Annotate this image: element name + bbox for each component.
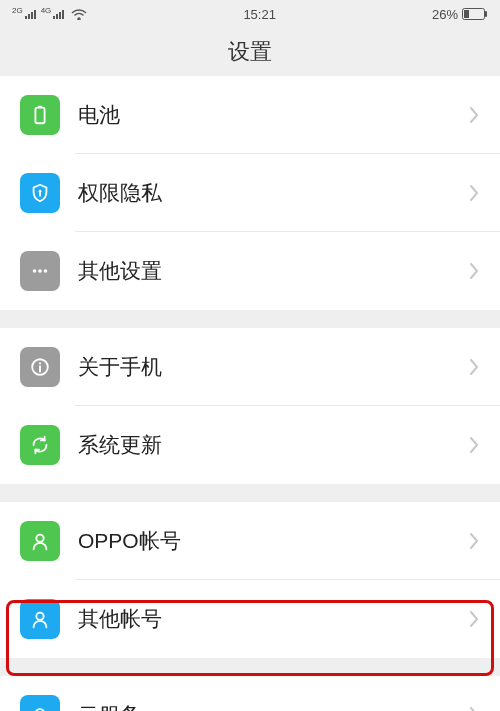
svg-rect-5 bbox=[56, 14, 58, 19]
svg-rect-7 bbox=[62, 10, 64, 19]
user-icon bbox=[20, 599, 60, 639]
chevron-right-icon bbox=[468, 531, 480, 551]
group-separator bbox=[0, 484, 500, 502]
svg-rect-12 bbox=[38, 106, 42, 108]
settings-item-label: 关于手机 bbox=[78, 353, 468, 381]
group-separator bbox=[0, 310, 500, 328]
settings-item-oppo[interactable]: OPPO帐号 bbox=[0, 502, 500, 580]
svg-rect-9 bbox=[464, 10, 469, 18]
settings-item-about[interactable]: 关于手机 bbox=[0, 328, 500, 406]
svg-rect-3 bbox=[34, 10, 36, 19]
chevron-right-icon bbox=[468, 183, 480, 203]
signal-icon bbox=[25, 9, 39, 19]
chevron-right-icon bbox=[468, 435, 480, 455]
page-title-bar: 设置 bbox=[0, 28, 500, 76]
chevron-right-icon bbox=[468, 105, 480, 125]
battery-pct-label: 26% bbox=[432, 7, 458, 22]
signal-4g-label: 4G bbox=[41, 6, 52, 15]
shield-icon bbox=[20, 173, 60, 213]
signal-icon bbox=[53, 9, 67, 19]
settings-item-label: 其他设置 bbox=[78, 257, 468, 285]
settings-item-label: 其他帐号 bbox=[78, 605, 468, 633]
refresh-icon bbox=[20, 425, 60, 465]
battery-icon bbox=[20, 95, 60, 135]
svg-rect-11 bbox=[35, 108, 44, 124]
group-separator bbox=[0, 658, 500, 676]
settings-item-privacy[interactable]: 权限隐私 bbox=[0, 154, 500, 232]
svg-point-18 bbox=[39, 362, 41, 364]
chevron-right-icon bbox=[468, 357, 480, 377]
settings-item-label: 系统更新 bbox=[78, 431, 468, 459]
user-icon bbox=[20, 521, 60, 561]
settings-item-label: OPPO帐号 bbox=[78, 527, 468, 555]
battery-icon bbox=[462, 8, 488, 20]
chevron-right-icon bbox=[468, 705, 480, 711]
svg-point-14 bbox=[33, 269, 37, 273]
settings-item-other[interactable]: 其他设置 bbox=[0, 232, 500, 310]
settings-item-label: 云服务 bbox=[78, 701, 468, 711]
status-bar: 2G 4G 15:21 26% bbox=[0, 0, 500, 28]
page-title: 设置 bbox=[228, 37, 272, 67]
svg-rect-6 bbox=[59, 12, 61, 19]
svg-rect-0 bbox=[25, 16, 27, 19]
svg-point-20 bbox=[36, 613, 43, 620]
chevron-right-icon bbox=[468, 609, 480, 629]
svg-rect-1 bbox=[28, 14, 30, 19]
cloud-icon bbox=[20, 695, 60, 711]
info-icon bbox=[20, 347, 60, 387]
settings-item-label: 电池 bbox=[78, 101, 468, 129]
settings-item-accounts[interactable]: 其他帐号 bbox=[0, 580, 500, 658]
svg-point-16 bbox=[44, 269, 48, 273]
settings-item-update[interactable]: 系统更新 bbox=[0, 406, 500, 484]
svg-rect-4 bbox=[53, 16, 55, 19]
settings-item-cloud[interactable]: 云服务 bbox=[0, 676, 500, 711]
settings-item-label: 权限隐私 bbox=[78, 179, 468, 207]
svg-rect-2 bbox=[31, 12, 33, 19]
dots-icon bbox=[20, 251, 60, 291]
svg-rect-10 bbox=[485, 11, 487, 17]
status-left: 2G 4G bbox=[12, 8, 87, 20]
settings-item-battery[interactable]: 电池 bbox=[0, 76, 500, 154]
svg-point-15 bbox=[38, 269, 42, 273]
wifi-icon bbox=[71, 8, 87, 20]
status-right: 26% bbox=[432, 7, 488, 22]
chevron-right-icon bbox=[468, 261, 480, 281]
status-time: 15:21 bbox=[243, 7, 276, 22]
svg-point-19 bbox=[36, 535, 43, 542]
signal-2g-label: 2G bbox=[12, 6, 23, 15]
